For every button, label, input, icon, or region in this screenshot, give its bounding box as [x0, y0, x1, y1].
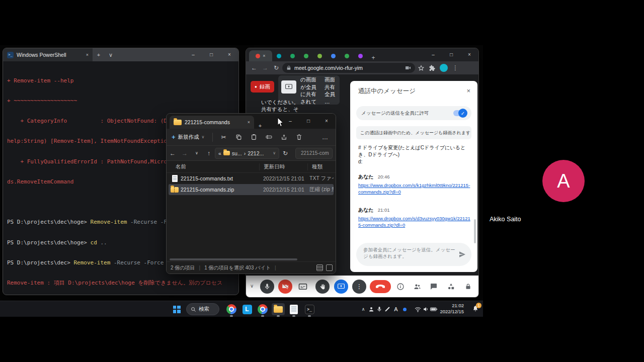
taskbar-terminal-icon[interactable]: >_: [303, 303, 316, 315]
chrome-maximize-button[interactable]: □: [442, 52, 460, 57]
more-options-button[interactable]: ⋮: [352, 280, 366, 294]
camera-in-use-icon[interactable]: [405, 65, 411, 71]
taskbar-clock[interactable]: 21:02 2022/12/15: [440, 303, 464, 315]
camera-button[interactable]: [278, 280, 292, 294]
forward-button[interactable]: →: [179, 150, 191, 157]
tray-people-icon[interactable]: [367, 306, 375, 312]
explorer-close-button[interactable]: ×: [317, 119, 336, 124]
powershell-titlebar[interactable]: >_ Windows PowerShell × + ∨ – □ ×: [3, 48, 238, 61]
present-button[interactable]: [334, 280, 348, 294]
captions-button[interactable]: [296, 280, 310, 294]
icons-view-button[interactable]: [326, 264, 333, 271]
up-button[interactable]: ↑: [203, 150, 215, 157]
profile-avatar[interactable]: [440, 64, 448, 72]
recent-locations-icon[interactable]: ∨: [191, 151, 203, 155]
start-button[interactable]: [170, 303, 183, 315]
chat-button[interactable]: [429, 282, 439, 292]
browser-tab[interactable]: [354, 50, 367, 61]
chevron-down-icon[interactable]: ∨: [273, 151, 276, 155]
browser-tab[interactable]: [272, 50, 286, 61]
taskbar-explorer-icon[interactable]: [272, 303, 285, 315]
rename-button[interactable]: [261, 134, 276, 140]
file-row-selected[interactable]: 221215-commands.zip 2022/12/15 21:01 圧縮 …: [169, 184, 334, 195]
cut-button[interactable]: ✂: [216, 134, 231, 141]
taskbar-search[interactable]: 検索: [186, 303, 219, 315]
chrome-menu-icon[interactable]: ⋮: [450, 64, 460, 71]
breadcrumb-overflow-icon[interactable]: «: [218, 150, 221, 156]
host-controls-button[interactable]: [463, 282, 473, 292]
browser-tab[interactable]: [327, 50, 340, 61]
paste-button[interactable]: [246, 134, 261, 140]
see-more-button[interactable]: …: [317, 134, 333, 141]
column-date[interactable]: 更新日時: [259, 163, 307, 170]
browser-tab[interactable]: [313, 50, 327, 61]
tab-close-icon[interactable]: ×: [248, 120, 250, 125]
explorer-titlebar[interactable]: 221215-commands × + – □ ×: [167, 114, 336, 129]
tray-pen-icon[interactable]: [383, 306, 391, 312]
browser-tab[interactable]: [340, 50, 354, 61]
send-icon[interactable]: [458, 250, 466, 258]
participants-button[interactable]: [412, 282, 422, 292]
notification-bell[interactable]: 1: [472, 305, 479, 314]
file-row[interactable]: 221215-commands.txt 2022/12/15 21:01 TXT…: [169, 173, 334, 184]
hidden-icons-chevron[interactable]: ∧: [359, 307, 367, 312]
extensions-puzzle-icon[interactable]: [427, 65, 437, 71]
dropbox-link[interactable]: https://www.dropbox.com/s/d3vuzsyy030gw1…: [358, 215, 471, 228]
powershell-tab[interactable]: >_ Windows PowerShell ×: [3, 48, 93, 61]
volume-icon[interactable]: [422, 306, 430, 312]
tray-blue-dot-icon[interactable]: [400, 308, 409, 311]
taskbar-chrome-icon[interactable]: [225, 303, 238, 315]
breadcrumb[interactable]: « su... › 2212... ∨: [215, 148, 279, 159]
taskbar-app-l-icon[interactable]: L: [240, 303, 254, 315]
wifi-icon[interactable]: [414, 307, 422, 312]
new-explorer-tab-button[interactable]: +: [254, 123, 266, 129]
end-call-button[interactable]: [370, 280, 391, 293]
new-item-button[interactable]: + 新規作成 ∨: [172, 133, 204, 141]
terminal-maximize-button[interactable]: □: [202, 52, 220, 57]
chrome-close-button[interactable]: ×: [460, 52, 478, 57]
share-button[interactable]: [276, 134, 291, 140]
allow-messages-toggle[interactable]: ✓: [453, 110, 466, 116]
new-terminal-tab-button[interactable]: +: [93, 52, 105, 58]
tray-mic-icon[interactable]: [375, 306, 383, 312]
activities-button[interactable]: [446, 282, 456, 292]
tab-close-icon[interactable]: ×: [86, 52, 89, 57]
breadcrumb-parent[interactable]: su...: [232, 150, 242, 156]
controls-chevron-icon[interactable]: ∨: [250, 283, 254, 289]
breadcrumb-current[interactable]: 2212...: [248, 150, 264, 156]
tab-close-icon[interactable]: ×: [263, 53, 265, 58]
meeting-details-button[interactable]: [395, 282, 406, 292]
chrome-minimize-button[interactable]: –: [424, 52, 442, 57]
copy-button[interactable]: [231, 134, 246, 140]
column-type[interactable]: 種類: [307, 163, 323, 170]
back-button[interactable]: ←: [167, 150, 179, 157]
column-name[interactable]: 名前: [167, 163, 259, 170]
bookmark-star-icon[interactable]: [416, 65, 426, 71]
chat-scrollbar[interactable]: [474, 219, 476, 243]
horizontal-scrollbar[interactable]: [170, 258, 297, 260]
new-tab-button[interactable]: +: [367, 54, 379, 61]
mic-button[interactable]: [260, 280, 274, 294]
taskbar-chrome-secondary-icon[interactable]: [256, 303, 269, 315]
dropbox-link[interactable]: https://www.dropbox.com/s/k1gzhkml0t9kno…: [358, 182, 471, 195]
reload-button[interactable]: ↻: [271, 64, 281, 71]
browser-tab[interactable]: [299, 50, 313, 61]
explorer-tab[interactable]: 221215-commands ×: [170, 116, 254, 129]
search-input[interactable]: [301, 150, 329, 156]
delete-button[interactable]: [291, 134, 306, 140]
battery-icon[interactable]: [430, 307, 438, 312]
taskbar-notepad-icon[interactable]: [287, 303, 300, 315]
ime-mode-indicator[interactable]: A: [391, 306, 400, 312]
back-button[interactable]: ←: [249, 64, 259, 71]
message-input[interactable]: [363, 246, 456, 262]
forward-button[interactable]: →: [260, 64, 270, 71]
explorer-search-box[interactable]: [295, 148, 333, 159]
terminal-dropdown-icon[interactable]: ∨: [105, 52, 117, 58]
explorer-maximize-button[interactable]: □: [299, 119, 317, 124]
browser-tab-meet[interactable]: ×: [249, 50, 272, 61]
terminal-minimize-button[interactable]: –: [184, 52, 202, 57]
terminal-close-button[interactable]: ×: [220, 52, 238, 57]
raise-hand-button[interactable]: [315, 280, 330, 294]
site-info-lock-icon[interactable]: [286, 65, 291, 70]
chat-close-button[interactable]: ×: [466, 87, 470, 95]
